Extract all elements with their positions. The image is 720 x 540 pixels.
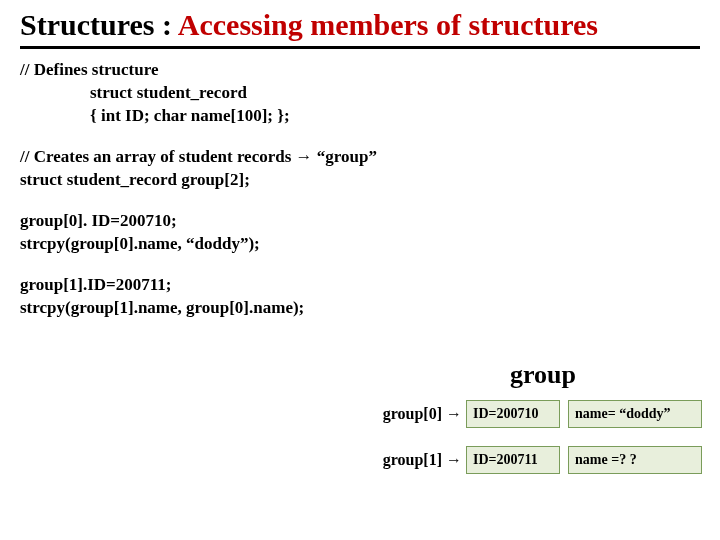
defines-block: // Defines structure struct student_reco… <box>20 59 700 128</box>
defines-line1: struct student_record <box>90 82 700 105</box>
assign1-line1: group[1].ID=200711; <box>20 274 700 297</box>
creates-comment: // Creates an array of student records →… <box>20 146 700 169</box>
assign0-block: group[0]. ID=200710; strcpy(group[0].nam… <box>20 210 700 256</box>
table-row: group[1] → ID=200711 name =? ? <box>376 446 710 474</box>
assign1-line2: strcpy(group[1].name, group[0].name); <box>20 297 700 320</box>
assign0-line1: group[0]. ID=200710; <box>20 210 700 233</box>
title-red: Accessing members of structures <box>178 8 598 41</box>
slide-title: Structures : Accessing members of struct… <box>20 8 700 42</box>
row-label: group[0] → <box>376 405 466 423</box>
defines-comment: // Defines structure <box>20 59 700 82</box>
group-title: group <box>376 360 710 390</box>
creates-block: // Creates an array of student records →… <box>20 146 700 192</box>
table-row: group[0] → ID=200710 name= “doddy” <box>376 400 710 428</box>
title-main: Structures : <box>20 8 178 41</box>
creates-line1: struct student_record group[2]; <box>20 169 700 192</box>
assign1-block: group[1].ID=200711; strcpy(group[1].name… <box>20 274 700 320</box>
group-table: group group[0] → ID=200710 name= “doddy”… <box>376 360 710 492</box>
defines-line2: { int ID; char name[100]; }; <box>90 105 700 128</box>
cell-id: ID=200711 <box>466 446 560 474</box>
cell-name: name =? ? <box>568 446 702 474</box>
title-underline <box>20 46 700 49</box>
cell-id: ID=200710 <box>466 400 560 428</box>
assign0-line2: strcpy(group[0].name, “doddy”); <box>20 233 700 256</box>
row-label: group[1] → <box>376 451 466 469</box>
cell-name: name= “doddy” <box>568 400 702 428</box>
